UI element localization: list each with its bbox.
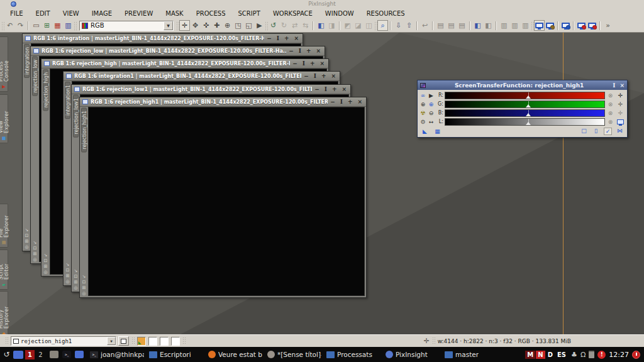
toolbar-icon[interactable] bbox=[339, 21, 340, 30]
toolbar-icon[interactable]: ◱ bbox=[243, 20, 254, 31]
channel-reset-icon[interactable]: ⊗ bbox=[606, 92, 614, 99]
stf-marker-handle[interactable] bbox=[526, 122, 531, 125]
chevron-down-icon[interactable]: ▼ bbox=[107, 337, 116, 345]
toolbar-icon[interactable]: ◳ bbox=[233, 20, 243, 31]
image-window-titlebar[interactable]: RGB 1:6 integration1 | masterLight_BIN-1… bbox=[64, 72, 340, 81]
toolbar-icon[interactable] bbox=[390, 21, 391, 30]
window-button[interactable]: − bbox=[292, 60, 297, 67]
toolbar-icon[interactable] bbox=[496, 21, 497, 30]
toolbar-icon[interactable]: ⇆ bbox=[300, 20, 311, 31]
stf-gradient-bar[interactable] bbox=[445, 109, 605, 117]
launcher-icon[interactable] bbox=[50, 351, 58, 358]
toolbar-icon[interactable]: ↻ bbox=[279, 20, 289, 31]
workspace-button[interactable]: 1 bbox=[25, 350, 35, 359]
image-window-titlebar[interactable]: RGB 1:6 rejection_high | masterLight_BIN… bbox=[42, 59, 328, 69]
sidebar-icon[interactable]: ⊡ bbox=[74, 274, 78, 279]
toolbar-icon[interactable]: ◧ bbox=[483, 20, 494, 31]
window-titlebar[interactable]: PixInsight bbox=[0, 0, 644, 8]
taskbar-task[interactable]: Processats bbox=[325, 349, 382, 359]
toolbar-icon[interactable]: ▥ bbox=[63, 20, 74, 31]
color-swatch[interactable] bbox=[137, 337, 146, 346]
launcher-icon[interactable] bbox=[75, 351, 84, 358]
toolbar-icon[interactable] bbox=[416, 21, 418, 30]
toolbar-icon[interactable]: ▭ bbox=[31, 20, 42, 31]
statusbar-grip[interactable] bbox=[131, 337, 135, 345]
window-button[interactable]: + bbox=[284, 35, 289, 41]
toolbar-icon[interactable]: ✥ bbox=[190, 20, 201, 31]
sidebar-icon[interactable]: ⊞ bbox=[66, 273, 70, 278]
toolbar-icon[interactable]: ▥ bbox=[509, 20, 520, 31]
window-button[interactable]: − bbox=[314, 86, 319, 92]
channel-mode-icon[interactable]: ✛ bbox=[616, 92, 625, 99]
window-button[interactable]: I bbox=[277, 35, 279, 41]
sidebar-icon[interactable]: ⊡ bbox=[33, 246, 37, 251]
sidebar-icon[interactable]: ↘ bbox=[25, 228, 29, 233]
channel-reset-icon[interactable]: ⊗ bbox=[606, 101, 614, 107]
window-button[interactable]: × bbox=[619, 82, 625, 89]
toolbar-icon[interactable] bbox=[313, 21, 314, 30]
taskbar-task[interactable]: Escriptori bbox=[147, 349, 205, 359]
sidebar-icon[interactable]: ⊞ bbox=[33, 251, 37, 256]
toolbar-icon[interactable]: ◩ bbox=[342, 20, 353, 31]
dock-tab[interactable]: Process Console ▶ bbox=[0, 36, 8, 92]
toolbar-icon[interactable] bbox=[576, 20, 587, 31]
view-selector[interactable]: rejection_high1 ▼ bbox=[11, 336, 116, 346]
toolbar-icon[interactable]: ⌕ bbox=[377, 20, 388, 31]
toolbar-icon[interactable] bbox=[74, 21, 77, 30]
toolbar-icon[interactable]: ▥ bbox=[499, 20, 509, 31]
window-select-button[interactable] bbox=[118, 336, 129, 346]
taskbar-task[interactable]: PixInsight bbox=[384, 349, 441, 359]
taskbar-task[interactable]: *[Sense títol]-... bbox=[265, 349, 323, 359]
channel-mode-icon[interactable]: ✛ bbox=[616, 110, 625, 116]
toolbar-icon[interactable] bbox=[557, 21, 558, 30]
stf-tool-button[interactable]: ⊖ bbox=[427, 109, 435, 118]
toolbar-icon[interactable] bbox=[469, 21, 470, 30]
toolbar-icon[interactable]: ✛ bbox=[179, 20, 190, 31]
window-button[interactable]: × bbox=[319, 60, 325, 67]
taskbar-task[interactable]: master bbox=[443, 349, 501, 359]
taskbar-task[interactable]: >_ joan@thinkpa... bbox=[88, 349, 146, 359]
window-button[interactable]: I bbox=[325, 86, 327, 92]
toolbar-icon[interactable]: ▤ bbox=[457, 20, 467, 31]
toolbar-icon[interactable] bbox=[545, 20, 555, 31]
window-button[interactable]: − bbox=[289, 48, 294, 54]
readout-mode-icon[interactable]: ✛ bbox=[423, 337, 429, 345]
sidebar-icon[interactable]: ◎ bbox=[82, 291, 86, 296]
stf-marker-handle[interactable] bbox=[526, 104, 531, 107]
stf-marker-handle[interactable] bbox=[526, 113, 531, 116]
stf-tool-button[interactable]: ⊕ bbox=[427, 100, 435, 109]
sidebar-icon[interactable]: ◎ bbox=[43, 270, 47, 275]
display-mode-select[interactable]: RGB ▼ bbox=[79, 21, 174, 31]
toolbar-icon[interactable]: ✜ bbox=[201, 20, 211, 31]
stf-marker-handle[interactable] bbox=[526, 96, 531, 99]
toolbar-icon[interactable]: ⊞ bbox=[42, 20, 52, 31]
channel-reset-icon[interactable]: ⊗ bbox=[606, 119, 614, 125]
toolbar-icon[interactable]: ↶ bbox=[4, 20, 15, 31]
keyboard-indicator[interactable]: N bbox=[536, 351, 545, 359]
show-desktop-icon[interactable]: ↺ bbox=[2, 351, 11, 359]
window-button[interactable]: − bbox=[267, 35, 272, 41]
toolbar-icon[interactable]: ↩ bbox=[419, 20, 430, 31]
menu-item[interactable]: EDIT bbox=[30, 9, 57, 18]
dock-tab[interactable]: Script Editor ▰ bbox=[0, 250, 8, 290]
sidebar-icon[interactable]: ↘ bbox=[82, 274, 86, 279]
sidebar-icon[interactable]: ⊡ bbox=[66, 268, 70, 273]
dock-tab[interactable]: History Explorer ◆ bbox=[0, 291, 8, 334]
stf-tool-button[interactable]: ↔ bbox=[427, 118, 435, 126]
stf-titlebar[interactable]: ScreenTransferFunction: rejection_high1 … bbox=[418, 80, 627, 90]
menu-item[interactable]: PREVIEW bbox=[118, 9, 159, 18]
toolbar-icon[interactable]: ▥ bbox=[520, 20, 531, 31]
window-button[interactable]: + bbox=[321, 73, 326, 79]
stf-footer-button[interactable]: ▯ bbox=[592, 128, 600, 135]
image-window-titlebar[interactable]: RGB 1:6 rejection_low1 | masterLight_BIN… bbox=[72, 85, 350, 94]
menu-item[interactable]: WORKSPACE bbox=[267, 9, 319, 18]
toolbar-icon[interactable]: » bbox=[602, 20, 613, 31]
toolbar-icon[interactable] bbox=[599, 21, 601, 30]
channel-reset-icon[interactable]: ⊗ bbox=[606, 110, 614, 116]
sidebar-icon[interactable]: ↘ bbox=[44, 253, 48, 258]
keyboard-indicator[interactable]: M bbox=[525, 351, 535, 359]
sidebar-icon[interactable]: ⊡ bbox=[25, 233, 29, 238]
menu-item[interactable]: RESOURCES bbox=[360, 9, 411, 18]
toolbar-icon[interactable]: ◫ bbox=[364, 20, 374, 31]
toolbar-icon[interactable]: ▤ bbox=[435, 20, 446, 31]
